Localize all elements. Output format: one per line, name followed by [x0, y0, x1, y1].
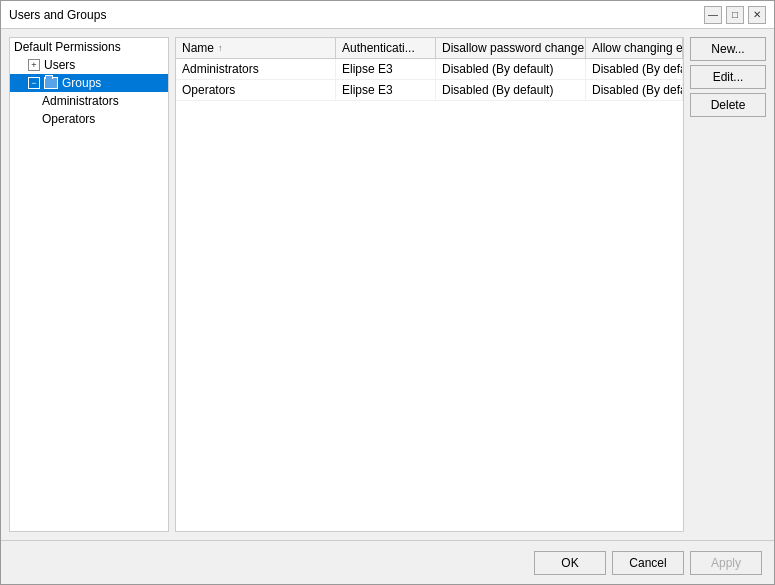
apply-button[interactable]: Apply [690, 551, 762, 575]
users-expander[interactable]: + [28, 59, 40, 71]
table-row[interactable]: Administrators Elipse E3 Disabled (By de… [176, 59, 683, 80]
ok-button[interactable]: OK [534, 551, 606, 575]
sort-arrow-name: ↑ [218, 43, 223, 53]
col-header-allow[interactable]: Allow changing expired password [586, 38, 683, 58]
cell-name-administrators: Administrators [176, 59, 336, 79]
administrators-label: Administrators [42, 94, 119, 108]
col-header-name[interactable]: Name ↑ [176, 38, 336, 58]
table-body: Administrators Elipse E3 Disabled (By de… [176, 59, 683, 531]
sidebar-item-default-permissions[interactable]: Default Permissions [10, 38, 168, 56]
col-header-disallow[interactable]: Disallow password change [436, 38, 586, 58]
groups-label: Groups [62, 76, 101, 90]
content-area: Default Permissions + Users − Groups Adm… [1, 29, 774, 540]
sidebar-item-administrators[interactable]: Administrators [10, 92, 168, 110]
sidebar-item-groups[interactable]: − Groups [10, 74, 168, 92]
action-panel: New... Edit... Delete [690, 37, 766, 532]
minimize-button[interactable]: — [704, 6, 722, 24]
cell-auth-administrators: Elipse E3 [336, 59, 436, 79]
close-button[interactable]: ✕ [748, 6, 766, 24]
footer: OK Cancel Apply [1, 540, 774, 584]
delete-button[interactable]: Delete [690, 93, 766, 117]
operators-label: Operators [42, 112, 95, 126]
cancel-button[interactable]: Cancel [612, 551, 684, 575]
cell-disallow-administrators: Disabled (By default) [436, 59, 586, 79]
title-bar-controls: — □ ✕ [704, 6, 766, 24]
table-row[interactable]: Operators Elipse E3 Disabled (By default… [176, 80, 683, 101]
new-button[interactable]: New... [690, 37, 766, 61]
groups-expander[interactable]: − [28, 77, 40, 89]
sidebar-item-operators[interactable]: Operators [10, 110, 168, 128]
window-title: Users and Groups [9, 8, 106, 22]
sidebar-item-users[interactable]: + Users [10, 56, 168, 74]
col-header-auth[interactable]: Authenticati... [336, 38, 436, 58]
cell-name-operators: Operators [176, 80, 336, 100]
users-label: Users [44, 58, 75, 72]
edit-button[interactable]: Edit... [690, 65, 766, 89]
maximize-button[interactable]: □ [726, 6, 744, 24]
cell-allow-administrators: Disabled (By default) [586, 59, 683, 79]
table-panel: Name ↑ Authenticati... Disallow password… [175, 37, 684, 532]
tree-panel: Default Permissions + Users − Groups Adm… [9, 37, 169, 532]
title-bar: Users and Groups — □ ✕ [1, 1, 774, 29]
cell-allow-operators: Disabled (By default) [586, 80, 683, 100]
default-permissions-label: Default Permissions [14, 40, 121, 54]
groups-folder-icon [44, 77, 58, 89]
cell-auth-operators: Elipse E3 [336, 80, 436, 100]
table-header: Name ↑ Authenticati... Disallow password… [176, 38, 683, 59]
main-window: Users and Groups — □ ✕ Default Permissio… [0, 0, 775, 585]
cell-disallow-operators: Disabled (By default) [436, 80, 586, 100]
